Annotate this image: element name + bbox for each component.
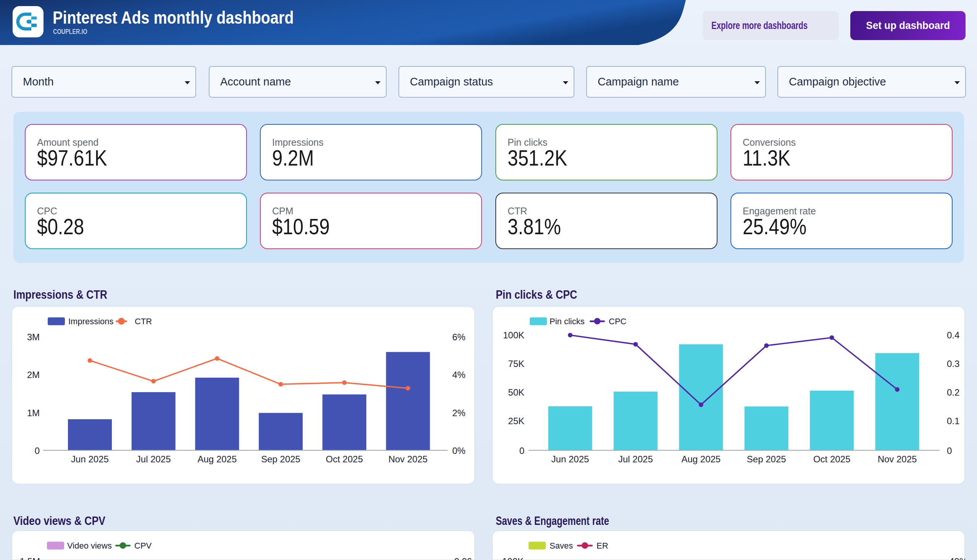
svg-text:0.2: 0.2 [947,387,959,397]
svg-text:Oct 2025: Oct 2025 [326,454,363,464]
svg-text:CPV: CPV [134,541,152,550]
svg-text:Aug 2025: Aug 2025 [198,454,237,464]
svg-text:ER: ER [596,541,608,550]
svg-text:0.4: 0.4 [947,330,959,340]
svg-text:Sep 2025: Sep 2025 [747,454,786,464]
svg-text:Sep 2025: Sep 2025 [261,454,301,464]
svg-text:Video views: Video views [67,541,112,550]
svg-text:Impressions: Impressions [68,317,114,326]
svg-text:CTR: CTR [135,317,152,326]
svg-text:Jun 2025: Jun 2025 [551,454,589,464]
svg-text:Jul 2025: Jul 2025 [618,454,653,464]
svg-text:2M: 2M [27,370,40,380]
svg-text:40%: 40% [949,556,965,560]
svg-text:Nov 2025: Nov 2025 [878,454,917,464]
svg-text:Nov 2025: Nov 2025 [389,454,428,464]
svg-text:0: 0 [519,445,524,456]
svg-text:CPC: CPC [609,317,627,326]
svg-text:0: 0 [947,445,952,456]
svg-text:1.5M: 1.5M [20,556,40,560]
svg-text:3M: 3M [27,332,40,342]
svg-text:2%: 2% [452,408,466,418]
svg-text:Oct 2025: Oct 2025 [813,454,850,464]
svg-text:Saves: Saves [549,541,573,550]
svg-text:25K: 25K [508,416,524,426]
svg-text:100K: 100K [503,330,524,340]
svg-text:75K: 75K [508,358,524,369]
svg-text:1M: 1M [27,408,40,418]
svg-text:Jul 2025: Jul 2025 [136,454,171,464]
svg-text:0%: 0% [452,445,466,456]
svg-text:4%: 4% [452,370,466,380]
svg-text:0.1: 0.1 [947,416,959,426]
svg-text:0: 0 [35,445,40,456]
svg-text:0.3: 0.3 [947,358,959,369]
svg-text:6%: 6% [452,332,466,342]
svg-text:0.06: 0.06 [454,556,472,560]
svg-text:Jun 2025: Jun 2025 [71,454,109,464]
svg-text:Aug 2025: Aug 2025 [681,454,721,464]
svg-text:50K: 50K [508,387,524,397]
svg-text:100K: 100K [502,556,524,560]
svg-text:Pin clicks: Pin clicks [549,317,585,326]
